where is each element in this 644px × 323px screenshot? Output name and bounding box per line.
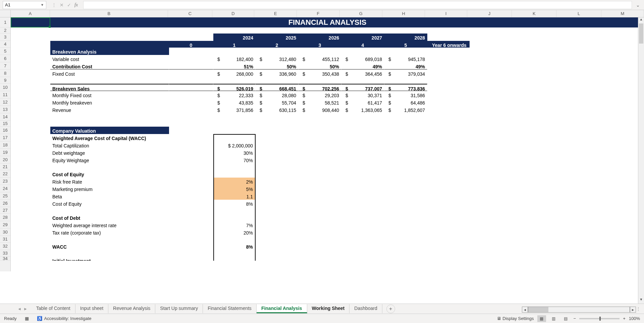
- row-header[interactable]: 12: [0, 99, 10, 106]
- page-layout-view-button[interactable]: ▥: [549, 315, 558, 322]
- row-header[interactable]: 33: [0, 250, 10, 257]
- col-header[interactable]: J: [467, 10, 512, 17]
- row-header[interactable]: 7: [0, 62, 10, 70]
- scroll-down-icon[interactable]: ▼: [638, 298, 644, 304]
- accessibility-status[interactable]: ♿ Accessibility: Investigate: [37, 316, 92, 321]
- cell-value: $ 2,000,000: [213, 141, 256, 149]
- scroll-thumb[interactable]: [528, 307, 548, 312]
- confirm-icon[interactable]: ✓: [67, 2, 71, 8]
- scroll-up-icon[interactable]: ▲: [638, 17, 644, 23]
- row-header[interactable]: 31: [0, 236, 10, 243]
- col-header[interactable]: G: [340, 10, 382, 17]
- dropdown-icon[interactable]: ⋮: [52, 2, 56, 8]
- row-header[interactable]: 11: [0, 91, 10, 99]
- row-header[interactable]: 29: [0, 221, 10, 229]
- row-label: Contribution Cost: [50, 62, 169, 70]
- row-header[interactable]: 19: [0, 149, 10, 156]
- cell-value: $64,486: [384, 99, 427, 106]
- sheet-tab[interactable]: Start Up summary: [155, 304, 203, 313]
- zoom-slider[interactable]: [579, 318, 620, 319]
- col-header[interactable]: A: [11, 10, 50, 17]
- row-header[interactable]: 2: [0, 27, 10, 34]
- sheet-tab[interactable]: Dashboard: [350, 304, 382, 313]
- macro-icon[interactable]: ▦: [25, 316, 29, 321]
- formula-input[interactable]: [83, 1, 632, 9]
- row-header[interactable]: 15: [0, 121, 10, 127]
- row-header[interactable]: 22: [0, 170, 10, 178]
- col-header[interactable]: D: [212, 10, 254, 17]
- row-header[interactable]: 32: [0, 243, 10, 250]
- row-header[interactable]: 27: [0, 207, 10, 214]
- row-header[interactable]: 9: [0, 77, 10, 84]
- tab-prev-icon[interactable]: ◄: [17, 307, 21, 311]
- col-header[interactable]: I: [425, 10, 467, 17]
- subsection-header: Weighted Average Cost of Capital (WACC): [50, 134, 169, 141]
- col-header[interactable]: L: [556, 10, 601, 17]
- zoom-out-button[interactable]: −: [574, 316, 576, 321]
- row-header[interactable]: 24: [0, 185, 10, 192]
- scroll-track[interactable]: [528, 307, 630, 313]
- row-label: Revenue: [50, 106, 169, 113]
- sheet-tab[interactable]: Financial Statements: [203, 304, 257, 313]
- chevron-down-icon[interactable]: ▼: [41, 3, 44, 7]
- row-header[interactable]: 8: [0, 70, 10, 77]
- col-header[interactable]: C: [168, 10, 212, 17]
- normal-view-button[interactable]: ▦: [537, 315, 546, 322]
- row-header[interactable]: 30: [0, 229, 10, 236]
- tab-strip-divider: ⋮: [636, 306, 644, 312]
- row-header[interactable]: 23: [0, 178, 10, 185]
- row-header[interactable]: 25: [0, 192, 10, 200]
- display-settings-button[interactable]: 🖥 Display Settings: [497, 316, 534, 321]
- expand-formula-icon[interactable]: ⌄: [635, 2, 641, 8]
- sheet-tab[interactable]: Financial Analysis: [257, 304, 307, 313]
- cell-value: 49%: [384, 62, 427, 70]
- page-break-view-button[interactable]: ▤: [561, 315, 570, 322]
- add-sheet-button[interactable]: +: [386, 305, 395, 313]
- row-header[interactable]: 18: [0, 141, 10, 149]
- row-header[interactable]: 3: [0, 34, 10, 41]
- row-label: Beta: [50, 192, 169, 200]
- row-header[interactable]: 14: [0, 113, 10, 121]
- name-box[interactable]: A1 ▼: [3, 1, 46, 9]
- year-index: 2: [256, 41, 299, 48]
- fx-icon[interactable]: fx: [74, 2, 78, 8]
- sheet-tab[interactable]: Working Sheet: [307, 304, 350, 313]
- column-headers: A B C D E F G H I J K L M: [0, 10, 644, 17]
- cell-value: $268,000: [213, 70, 256, 77]
- scroll-left-icon[interactable]: ◄: [522, 307, 528, 313]
- col-header[interactable]: M: [601, 10, 644, 17]
- zoom-in-button[interactable]: +: [623, 316, 626, 321]
- row-header[interactable]: 16: [0, 127, 10, 134]
- scroll-thumb[interactable]: [639, 23, 643, 44]
- zoom-level[interactable]: 100%: [629, 316, 640, 321]
- formula-controls: ⋮ ✕ ✓ fx: [49, 2, 80, 8]
- row-header[interactable]: 4: [0, 41, 10, 48]
- sheet-tab[interactable]: Table of Content: [32, 304, 75, 313]
- col-header[interactable]: K: [512, 10, 556, 17]
- row-header[interactable]: 5: [0, 48, 10, 55]
- row-header[interactable]: 21: [0, 164, 10, 170]
- cancel-icon[interactable]: ✕: [60, 2, 64, 8]
- row-header[interactable]: 1: [0, 17, 10, 27]
- year-index: 5: [384, 41, 427, 48]
- row-header[interactable]: 10: [0, 84, 10, 91]
- horizontal-scrollbar[interactable]: ◄ ►: [522, 306, 636, 313]
- col-header[interactable]: E: [254, 10, 297, 17]
- sheet-tab[interactable]: Revenue Analysis: [108, 304, 155, 313]
- row-header[interactable]: 28: [0, 214, 10, 221]
- row-header[interactable]: 26: [0, 200, 10, 207]
- scroll-right-icon[interactable]: ►: [630, 307, 636, 313]
- row-header[interactable]: 13: [0, 106, 10, 113]
- col-header[interactable]: H: [382, 10, 425, 17]
- col-header[interactable]: B: [50, 10, 168, 17]
- select-all-corner[interactable]: [0, 10, 11, 17]
- row-header[interactable]: 17: [0, 134, 10, 141]
- row-header[interactable]: 34: [0, 257, 10, 261]
- cells-area[interactable]: FINANCIAL ANALYSIS 2024 2025 2026 2027 2…: [11, 17, 644, 271]
- sheet-tab[interactable]: Input sheet: [75, 304, 108, 313]
- col-header[interactable]: F: [297, 10, 339, 17]
- tab-next-icon[interactable]: ►: [23, 307, 28, 311]
- vertical-scrollbar[interactable]: ▲ ▼: [638, 17, 644, 304]
- row-header[interactable]: 20: [0, 156, 10, 164]
- row-header[interactable]: 6: [0, 55, 10, 62]
